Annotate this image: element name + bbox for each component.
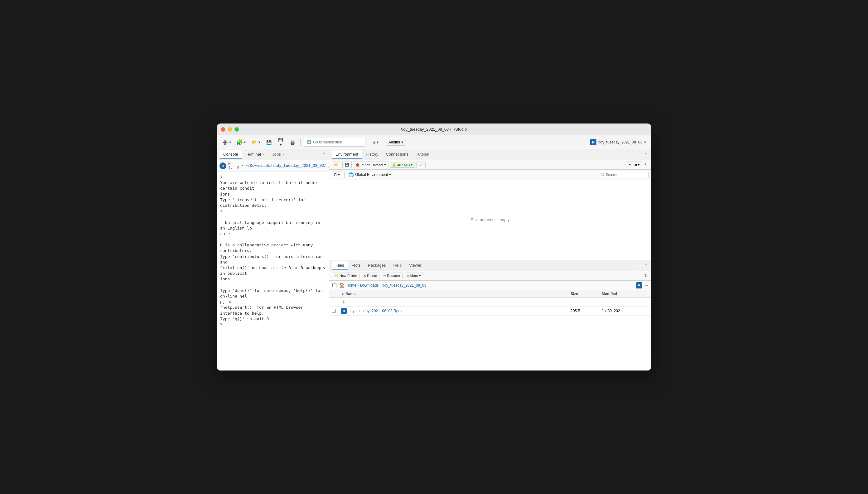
path-sep-1: › [358,283,359,287]
tab-plots[interactable]: Plots [348,261,364,270]
env-load-button[interactable]: 📂 [332,162,341,168]
new-folder-button[interactable]: 📁 New Folder [332,272,360,279]
project-name: tidy_tuesday_2021_08_03 [598,140,642,145]
list-icon: ≡ [629,163,631,167]
env-second-bar: R ▾ 🌐 Global Environment ▾ [329,170,651,180]
console-content[interactable]: Y. You are welcome to redistribute it un… [217,172,329,370]
addins-button[interactable]: Addins ▾ [386,139,406,146]
grid-arrow: ▾ [377,140,379,145]
files-tab-bar: Files Plots Packages Help Viewer [329,260,651,271]
console-minimize-btn[interactable]: — [314,152,320,157]
tab-packages-label: Packages [368,263,386,268]
main-toolbar: ➕ ▾ 🧩 ▾ 📂 ▾ 💾 💾+ 🖨️ ➡️ Go to file/functi… [217,135,651,149]
file-name-cell[interactable]: ⬆ .. [341,299,571,305]
save-button[interactable]: 💾 [264,138,274,147]
project-button[interactable]: R tidy_tuesday_2021_08_03 ▾ [588,138,649,146]
tab-history-label: History [366,152,378,156]
r-lang-button[interactable]: R ▾ [332,172,342,178]
files-maximize-btn[interactable]: □ [643,263,649,268]
tab-help[interactable]: Help [389,261,405,270]
env-load-icon: 📂 [334,163,339,167]
path-current[interactable]: tidy_tuesday_2021_08_03 [382,283,426,287]
file-name-cell[interactable]: R tidy_tuesday_2021_08_03.Rproj [341,308,571,314]
global-env-button[interactable]: 🌐 Global Environment ▾ [346,171,393,178]
path-downloads[interactable]: Downloads [360,283,379,287]
env-tab-actions: — □ [636,152,649,157]
import-dataset-button[interactable]: 📥 Import Dataset ▾ [353,162,388,168]
close-button[interactable] [221,127,225,132]
more-button[interactable]: ⚙ More ▾ [404,272,423,279]
env-minimize-btn[interactable]: — [636,152,642,157]
tab-files[interactable]: Files [332,261,348,270]
open-file-button[interactable]: 📂 ▾ [249,138,262,147]
tab-terminal-close[interactable]: × [263,152,265,156]
list-view-button[interactable]: ≡ List ▾ [626,162,642,168]
col-name-header[interactable]: ▲ Name [341,291,571,296]
env-maximize-btn[interactable]: □ [643,152,649,157]
addins-arrow: ▾ [401,140,403,145]
tab-environment-label: Environment [335,152,358,156]
open-file-icon: 📂 [251,139,257,146]
new-file-button[interactable]: ➕ ▾ [219,138,233,147]
files-refresh-button[interactable]: ↻ [643,272,649,279]
console-prompt: > [220,322,223,327]
goto-file-input[interactable]: ➡️ Go to file/function [303,138,365,147]
tab-environment[interactable]: Environment [332,150,362,159]
tab-history[interactable]: History [362,150,382,159]
maximize-button[interactable] [234,127,239,132]
delete-button[interactable]: ✖ Delete [361,272,380,279]
col-size-header: Size [571,291,602,296]
files-path-bar: 🏠 Home › Downloads › tidy_tuesday_2021_0… [329,281,651,290]
minimize-button[interactable] [228,127,232,132]
tab-terminal[interactable]: Terminal × [242,150,269,159]
toolbar-separator-1 [300,138,301,146]
grid-icon: ⊞ [372,140,376,145]
more-icon: ⚙ [406,274,409,278]
home-icon: 🏠 [339,282,345,288]
tab-tutorial[interactable]: Tutorial [412,150,433,159]
memory-icon: 💡 [392,163,396,167]
tab-connections[interactable]: Connections [382,150,412,159]
grid-button[interactable]: ⊞ ▾ [371,138,380,147]
path-home[interactable]: Home [346,283,356,287]
rename-button[interactable]: ➡ Rename [381,272,403,279]
select-all-checkbox[interactable] [332,283,336,287]
env-save-button[interactable]: 💾 [342,162,352,168]
tab-console[interactable]: Console [219,150,242,159]
print-icon: 🖨️ [289,139,296,146]
tab-viewer[interactable]: Viewer [405,261,425,270]
save-all-button[interactable]: 💾+ [275,138,286,147]
r-lang-arrow: ▾ [338,173,340,177]
global-env-arrow: ▾ [389,172,391,177]
sort-icon: ▲ [341,292,344,295]
path-more-button[interactable]: ··· [645,283,648,287]
env-search-input[interactable] [599,171,649,178]
broom-icon: 🧹 [419,163,423,167]
toolbar-separator-3 [383,138,383,146]
table-row[interactable]: ⬆ .. [329,298,651,307]
tab-jobs[interactable]: Jobs × [268,150,288,159]
new-file-arrow: ▾ [229,140,231,145]
env-refresh-button[interactable]: ↻ [643,162,649,168]
tab-jobs-close[interactable]: × [283,152,285,156]
console-maximize-btn[interactable]: □ [322,152,326,157]
toolbar-separator-2 [368,138,368,146]
row-checkbox-col[interactable] [332,309,341,313]
memory-arrow: ▾ [411,163,413,167]
new-folder-icon: 📁 [334,274,339,278]
console-path-value: ~/Downloads/tidy_tuesday_2021_08_03/ [245,164,326,168]
env-clear-button[interactable]: 🧹 [416,162,426,168]
print-button[interactable]: 🖨️ [287,138,298,147]
tab-packages[interactable]: Packages [364,261,389,270]
save-icon: 💾 [265,139,272,146]
console-tab-bar: Console Terminal × Jobs × — □ [217,149,329,160]
more-arrow: ▾ [419,274,421,278]
file-checkbox[interactable] [332,309,336,313]
col-modified-header: Modified [602,291,649,296]
r-version: R 4.1.0 [228,162,239,170]
new-project-button[interactable]: 🧩 ▾ [234,138,248,147]
window-controls [221,127,239,132]
main-content: Console Terminal × Jobs × — □ R R 4.1.0 [217,149,651,370]
files-minimize-btn[interactable]: — [636,263,642,268]
memory-badge: 💡 402 MiB ▾ [390,162,415,168]
